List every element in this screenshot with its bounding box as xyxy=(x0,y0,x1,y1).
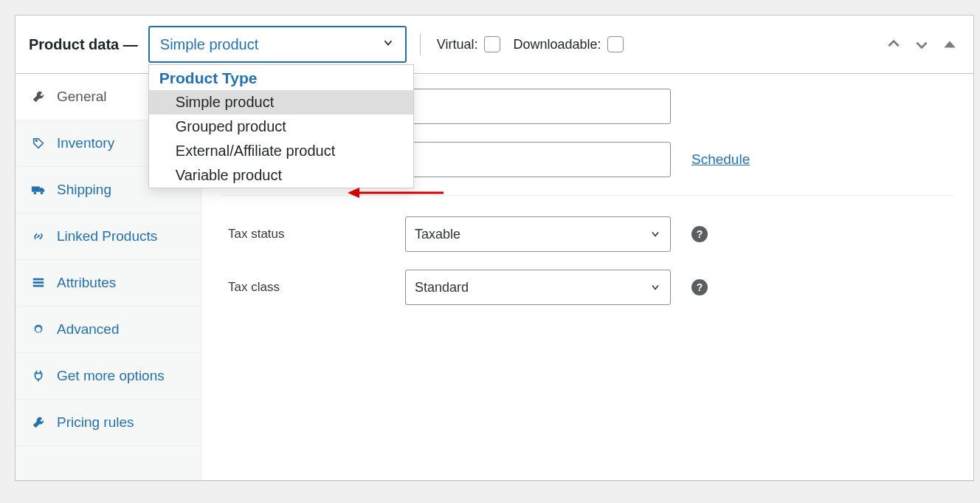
schedule-link[interactable]: Schedule xyxy=(691,151,750,168)
tab-label: Linked Products xyxy=(57,228,157,244)
tab-label: Shipping xyxy=(57,182,111,198)
sidebar-tab-attributes[interactable]: Attributes xyxy=(15,260,201,307)
move-down-icon[interactable] xyxy=(911,34,932,55)
separator xyxy=(420,33,421,55)
tab-label: Pricing rules xyxy=(57,414,134,431)
panel-title: Product data — xyxy=(29,36,138,53)
product-data-panel: Product data — Simple product Product Ty… xyxy=(15,15,974,481)
svg-rect-4 xyxy=(33,281,44,284)
tax-class-row: Tax class Standard ? xyxy=(221,270,954,305)
sidebar-tab-linked[interactable]: Linked Products xyxy=(15,213,201,260)
tab-label: Advanced xyxy=(57,321,120,338)
tax-class-value: Standard xyxy=(415,280,469,295)
product-type-dropdown: Product Type Simple product Grouped prod… xyxy=(148,64,414,188)
sale-price-input[interactable] xyxy=(405,142,671,177)
dropdown-item-variable[interactable]: Variable product xyxy=(149,163,413,188)
downloadable-label: Downloadable: xyxy=(514,37,601,52)
downloadable-checkbox-group[interactable]: Downloadable: xyxy=(514,36,624,52)
list-icon xyxy=(30,275,46,291)
help-icon[interactable]: ? xyxy=(691,279,708,295)
virtual-checkbox[interactable] xyxy=(484,36,500,52)
truck-icon xyxy=(30,182,46,198)
tax-status-select[interactable]: Taxable xyxy=(405,216,671,252)
plug-icon xyxy=(30,368,46,384)
chevron-down-icon xyxy=(649,281,661,293)
header-icons xyxy=(883,34,960,55)
dropdown-group-label: Product Type xyxy=(149,65,413,90)
dropdown-item-external[interactable]: External/Affiliate product xyxy=(149,139,413,163)
svg-rect-3 xyxy=(33,278,44,281)
help-icon[interactable]: ? xyxy=(691,226,708,242)
dropdown-item-grouped[interactable]: Grouped product xyxy=(149,114,413,139)
move-up-icon[interactable] xyxy=(883,34,904,55)
tax-status-label: Tax status xyxy=(221,227,390,242)
wrench-icon xyxy=(30,89,46,105)
virtual-label: Virtual: xyxy=(437,37,478,52)
tab-label: General xyxy=(57,89,107,105)
svg-point-1 xyxy=(34,192,37,195)
header-checkbox-row: Virtual: Downloadable: xyxy=(417,33,624,55)
gear-icon xyxy=(30,321,46,338)
chevron-down-icon xyxy=(382,36,395,53)
link-icon xyxy=(30,228,46,244)
downloadable-checkbox[interactable] xyxy=(607,36,624,52)
svg-point-2 xyxy=(41,192,44,195)
wrench-icon xyxy=(30,414,46,431)
tab-label: Attributes xyxy=(57,275,116,291)
product-type-select[interactable]: Simple product xyxy=(148,26,407,63)
svg-rect-5 xyxy=(33,285,44,287)
sidebar-tab-pricing[interactable]: Pricing rules xyxy=(15,400,201,446)
product-type-value: Simple product xyxy=(160,36,258,53)
tab-label: Get more options xyxy=(57,368,165,384)
collapse-icon[interactable] xyxy=(939,34,960,55)
tax-status-value: Taxable xyxy=(415,227,460,242)
virtual-checkbox-group[interactable]: Virtual: xyxy=(437,36,500,52)
tax-status-row: Tax status Taxable ? xyxy=(221,216,954,252)
divider xyxy=(221,195,954,196)
tag-icon xyxy=(30,135,46,151)
chevron-down-icon xyxy=(649,228,661,240)
svg-rect-0 xyxy=(32,186,40,191)
tab-label: Inventory xyxy=(57,135,114,151)
product-type-select-wrap: Simple product Product Type Simple produ… xyxy=(148,26,407,63)
regular-price-input[interactable] xyxy=(405,89,671,124)
sidebar-tab-advanced[interactable]: Advanced xyxy=(15,307,201,353)
tax-class-select[interactable]: Standard xyxy=(405,270,671,305)
tax-class-label: Tax class xyxy=(221,280,390,295)
dropdown-item-simple[interactable]: Simple product xyxy=(149,90,413,114)
sidebar-tab-get-more[interactable]: Get more options xyxy=(15,353,201,400)
panel-header: Product data — Simple product Product Ty… xyxy=(15,16,973,74)
